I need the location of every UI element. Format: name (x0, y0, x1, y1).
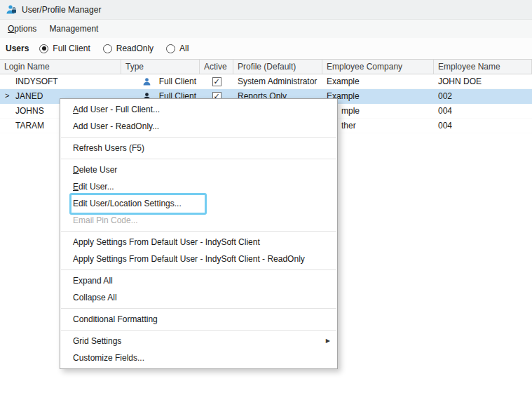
radio-label: Full Client (53, 44, 90, 53)
menu-separator (61, 269, 336, 270)
radio-circle-icon (39, 44, 48, 53)
context-menu-item-refresh-users-f5[interactable]: Refresh Users (F5) (60, 140, 337, 156)
cell-profile: System Administrator (233, 74, 322, 88)
context-menu-item-expand-all[interactable]: Expand All (60, 272, 337, 289)
users-radio-group: Full ClientReadOnlyAll (39, 44, 189, 53)
app-icon (6, 4, 17, 15)
context-menu-item-add-user-readonly[interactable]: Add User - ReadOnly... (60, 118, 337, 135)
radio-option-readonly[interactable]: ReadOnly (103, 44, 154, 53)
cell-type: Full Client (121, 74, 200, 88)
context-menu-item-apply-settings-from-default-user-indysoft-client-readonly[interactable]: Apply Settings From Default User - IndyS… (60, 251, 337, 267)
cell-active: ✓ (200, 74, 233, 88)
active-checkbox[interactable]: ✓ (212, 77, 221, 86)
radio-circle-icon (166, 44, 175, 53)
context-menu-item-add-user-full-client[interactable]: Add User - Full Client... (60, 101, 337, 118)
menu-separator (61, 159, 336, 159)
context-menu-item-edit-user[interactable]: Edit User... (60, 178, 337, 195)
menu-separator (61, 137, 336, 138)
radio-label: ReadOnly (116, 44, 154, 53)
context-menu: Add User - Full Client...Add User - Read… (60, 98, 338, 369)
filter-bar: Users Full ClientReadOnlyAll (0, 38, 532, 59)
cell-employee-company: Example (322, 74, 434, 88)
column-header-type[interactable]: Type (121, 60, 200, 74)
context-menu-item-grid-settings[interactable]: Grid Settings▶ (60, 333, 337, 349)
context-menu-item-collapse-all[interactable]: Collapse All (60, 289, 337, 306)
cell-employee-name: 002 (434, 89, 532, 103)
window-title: User/Profile Manager (22, 5, 101, 15)
context-menu-item-conditional-formatting[interactable]: Conditional Formatting (60, 311, 337, 328)
menu-separator (61, 231, 336, 232)
type-label: Full Client (159, 76, 196, 86)
selected-row-marker-icon: > (5, 91, 9, 100)
context-menu-item-customize-fields[interactable]: Customize Fields... (60, 349, 337, 366)
grid-header: Login NameTypeActiveProfile (Default)Emp… (0, 59, 532, 74)
context-menu-item-apply-settings-from-default-user-indysoft-client[interactable]: Apply Settings From Default User - IndyS… (60, 234, 337, 251)
cell-employee-company: mple (322, 104, 434, 118)
cell-employee-name: 004 (434, 119, 532, 133)
column-header-active[interactable]: Active (200, 60, 233, 74)
menubar: OptionsManagement (0, 20, 532, 38)
radio-option-full-client[interactable]: Full Client (39, 44, 90, 53)
cell-login-name: INDYSOFT (0, 74, 121, 88)
cell-employee-company: ther (322, 119, 434, 133)
menubar-item-management[interactable]: Management (43, 20, 104, 38)
cell-employee-name: JOHN DOE (434, 74, 532, 88)
user-icon (142, 77, 151, 86)
column-header-login-name[interactable]: Login Name (0, 60, 121, 74)
column-header-profile-default[interactable]: Profile (Default) (233, 60, 322, 74)
menu-separator (61, 330, 336, 331)
cell-employee-name: 004 (434, 104, 532, 118)
titlebar: User/Profile Manager (0, 0, 532, 20)
users-filter-label: Users (6, 44, 29, 53)
menu-separator (61, 308, 336, 309)
cell-employee-company: Example (322, 89, 434, 103)
radio-option-all[interactable]: All (166, 44, 189, 53)
menubar-item-options[interactable]: Options (1, 20, 43, 38)
radio-circle-icon (103, 44, 112, 53)
context-menu-item-email-pin-code: Email Pin Code... (60, 212, 337, 229)
table-row-indysoft[interactable]: INDYSOFTFull Client✓System Administrator… (0, 74, 532, 89)
context-menu-item-edit-user-location-settings[interactable]: Edit User/Location Settings... (60, 195, 337, 212)
context-menu-item-delete-user[interactable]: Delete User (60, 161, 337, 178)
radio-label: All (179, 44, 189, 53)
submenu-arrow-icon: ▶ (326, 333, 330, 349)
column-header-employee-company[interactable]: Employee Company (322, 60, 434, 74)
column-header-employee-name[interactable]: Employee Name (434, 60, 532, 74)
